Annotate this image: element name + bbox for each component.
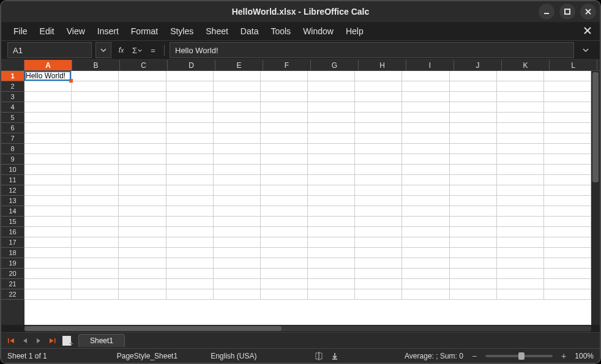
cell-K20[interactable] xyxy=(497,269,544,278)
cell-B4[interactable] xyxy=(72,102,119,112)
cell-G11[interactable] xyxy=(308,175,355,185)
cell-B11[interactable] xyxy=(72,175,119,185)
row-header-10[interactable]: 10 xyxy=(1,165,24,175)
cell-H11[interactable] xyxy=(355,175,402,185)
cells-area[interactable]: Hello World! xyxy=(24,71,591,325)
cell-I5[interactable] xyxy=(402,113,449,122)
cell-I14[interactable] xyxy=(402,206,449,216)
cell-E12[interactable] xyxy=(214,185,261,195)
tab-prev-button[interactable] xyxy=(20,335,31,346)
cell-E13[interactable] xyxy=(214,196,261,206)
scrollbar-thumb[interactable] xyxy=(592,72,599,182)
cell-H17[interactable] xyxy=(355,237,402,247)
cell-G4[interactable] xyxy=(308,102,355,112)
status-language[interactable]: English (USA) xyxy=(211,352,256,360)
cell-E5[interactable] xyxy=(214,113,261,122)
cell-H22[interactable] xyxy=(355,289,402,299)
cell-K3[interactable] xyxy=(497,92,544,102)
cell-D17[interactable] xyxy=(166,237,214,247)
cell-J5[interactable] xyxy=(450,113,497,122)
cell-A2[interactable] xyxy=(24,81,72,91)
row-header-21[interactable]: 21 xyxy=(1,279,24,289)
cell-I8[interactable] xyxy=(402,144,449,154)
cell-C21[interactable] xyxy=(119,279,166,289)
cell-H9[interactable] xyxy=(355,154,402,164)
cell-K6[interactable] xyxy=(497,123,544,133)
status-zoom-level[interactable]: 100% xyxy=(575,352,594,360)
menu-help[interactable]: Help xyxy=(340,24,370,39)
cell-A9[interactable] xyxy=(24,154,72,164)
cell-D9[interactable] xyxy=(166,154,214,164)
cell-I13[interactable] xyxy=(402,196,449,206)
cell-J19[interactable] xyxy=(450,258,497,268)
cell-G17[interactable] xyxy=(308,237,355,247)
cell-A20[interactable] xyxy=(24,269,72,278)
row-header-9[interactable]: 9 xyxy=(1,154,24,165)
cell-D14[interactable] xyxy=(166,206,214,216)
cell-G12[interactable] xyxy=(308,185,355,195)
cell-E7[interactable] xyxy=(214,133,261,143)
cell-I2[interactable] xyxy=(402,81,449,91)
cell-E15[interactable] xyxy=(214,217,261,226)
cell-L1[interactable] xyxy=(544,71,591,81)
cell-C19[interactable] xyxy=(119,258,166,268)
cell-L5[interactable] xyxy=(544,113,591,122)
cell-H13[interactable] xyxy=(355,196,402,206)
cell-A22[interactable] xyxy=(24,289,72,299)
cell-K17[interactable] xyxy=(497,237,544,247)
cell-F21[interactable] xyxy=(261,279,308,289)
cell-H4[interactable] xyxy=(355,102,402,112)
cell-J18[interactable] xyxy=(450,248,497,258)
zoom-slider-knob[interactable] xyxy=(518,352,524,360)
cell-H19[interactable] xyxy=(355,258,402,268)
cell-J13[interactable] xyxy=(450,196,497,206)
close-window-button[interactable] xyxy=(580,4,596,20)
menu-insert[interactable]: Insert xyxy=(91,24,125,39)
cell-F10[interactable] xyxy=(261,165,308,174)
cell-J15[interactable] xyxy=(450,217,497,226)
cell-I9[interactable] xyxy=(402,154,449,164)
cell-J20[interactable] xyxy=(450,269,497,278)
cell-K13[interactable] xyxy=(497,196,544,206)
cell-E8[interactable] xyxy=(214,144,261,154)
cell-E6[interactable] xyxy=(214,123,261,133)
cell-H1[interactable] xyxy=(355,71,402,81)
cell-G22[interactable] xyxy=(308,289,355,299)
cell-D18[interactable] xyxy=(166,248,214,258)
cell-E21[interactable] xyxy=(214,279,261,289)
cell-G2[interactable] xyxy=(308,81,355,91)
row-header-8[interactable]: 8 xyxy=(1,144,24,154)
cell-B17[interactable] xyxy=(72,237,119,247)
menu-format[interactable]: Format xyxy=(125,24,164,39)
cell-D21[interactable] xyxy=(166,279,214,289)
cell-A18[interactable] xyxy=(24,248,72,258)
cell-F20[interactable] xyxy=(261,269,308,278)
column-header-H[interactable]: H xyxy=(359,60,406,70)
cell-C2[interactable] xyxy=(119,81,166,91)
cell-D20[interactable] xyxy=(166,269,214,278)
cell-E11[interactable] xyxy=(214,175,261,185)
row-header-17[interactable]: 17 xyxy=(1,237,24,248)
cell-C14[interactable] xyxy=(119,206,166,216)
cell-E16[interactable] xyxy=(214,227,261,237)
cell-J2[interactable] xyxy=(450,81,497,91)
cell-E22[interactable] xyxy=(214,289,261,299)
cell-L9[interactable] xyxy=(544,154,591,164)
cell-D15[interactable] xyxy=(166,217,214,226)
cell-B2[interactable] xyxy=(72,81,119,91)
cell-B22[interactable] xyxy=(72,289,119,299)
cell-G15[interactable] xyxy=(308,217,355,226)
cell-B16[interactable] xyxy=(72,227,119,237)
cell-G6[interactable] xyxy=(308,123,355,133)
tab-last-button[interactable] xyxy=(47,335,58,346)
cell-F5[interactable] xyxy=(261,113,308,122)
cell-B15[interactable] xyxy=(72,217,119,226)
cell-G7[interactable] xyxy=(308,133,355,143)
cell-F1[interactable] xyxy=(261,71,308,81)
cell-G18[interactable] xyxy=(308,248,355,258)
scrollbar-thumb[interactable] xyxy=(24,326,282,331)
cell-C22[interactable] xyxy=(119,289,166,299)
cell-D11[interactable] xyxy=(166,175,214,185)
cell-H7[interactable] xyxy=(355,133,402,143)
column-header-F[interactable]: F xyxy=(263,60,311,70)
